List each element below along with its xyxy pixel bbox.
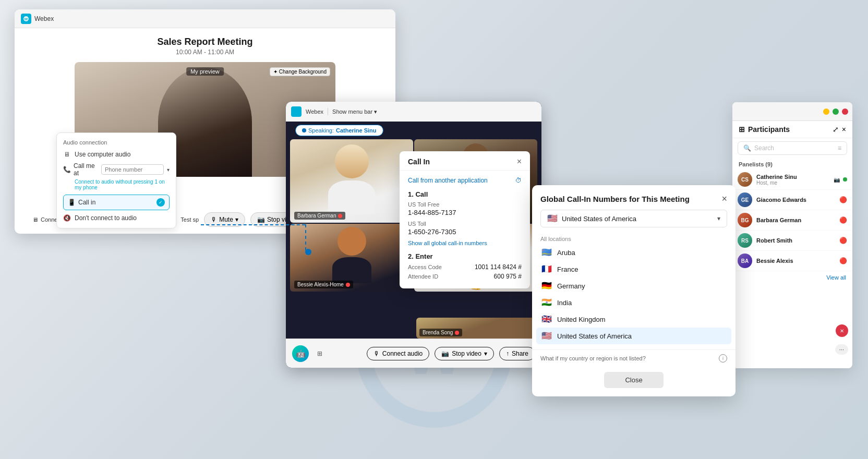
location-usa[interactable]: 🇺🇸 United States of America xyxy=(536,328,731,344)
view-all-participants-link[interactable]: View all xyxy=(732,271,852,284)
svg-text:W: W xyxy=(295,110,298,114)
callin-header: Call In × xyxy=(400,151,530,171)
dashed-connection-line xyxy=(201,224,305,225)
audio-option-computer[interactable]: 🖥 Use computer audio xyxy=(63,151,170,158)
participant-name-4: Robert Smith xyxy=(756,237,835,244)
mic-muted-4-icon[interactable]: 🔴 xyxy=(839,236,847,245)
mic-muted-brenda-icon xyxy=(455,331,459,335)
call-from-app-link[interactable]: Call from another application ⏱ xyxy=(408,177,522,184)
sort-icon: ≡ xyxy=(838,144,841,152)
global-callin-title: Global Call-In Numbers for This Meeting xyxy=(540,194,690,204)
name-label-brenda: Brenda Song xyxy=(419,329,462,336)
callin-step2: 2. Enter Access Code 1001 114 8424 # Att… xyxy=(408,252,522,280)
bot-avatar: 🤖 xyxy=(292,345,309,362)
france-flag-icon: 🇫🇷 xyxy=(541,265,552,273)
location-aruba[interactable]: 🇦🇼 Aruba xyxy=(536,244,731,261)
participant-controls-4: 🔴 xyxy=(839,236,847,245)
expand-participants-button[interactable]: ⤢ xyxy=(833,125,839,134)
participant-avatar-4: RS xyxy=(738,233,752,248)
video-cell-bessie: Bessie Alexis-Home xyxy=(290,224,413,292)
participants-title: ⊞ Participants xyxy=(739,125,790,134)
mic-icon: 🎙 xyxy=(211,216,217,223)
minimize-button[interactable] xyxy=(823,108,829,115)
show-menu-bar-button[interactable]: Show menu bar ▾ xyxy=(332,108,377,115)
mic-muted-5-icon[interactable]: 🔴 xyxy=(839,257,847,265)
mic-off-icon[interactable]: 🔴 xyxy=(839,196,847,204)
speaking-dot-icon xyxy=(302,128,306,132)
topbar-separator xyxy=(328,108,328,115)
toll-label: US Toll xyxy=(408,221,522,227)
video-ctrl-icon[interactable]: 📷 xyxy=(833,175,841,184)
participant-avatar-3: BG xyxy=(738,213,752,227)
participant-giacomo: GE Giacomo Edwards 🔴 xyxy=(732,190,852,210)
close-participants-button[interactable]: × xyxy=(842,125,846,134)
location-india[interactable]: 🇮🇳 India xyxy=(536,294,731,311)
mic-muted-bessie-icon xyxy=(346,283,350,287)
location-germany[interactable]: 🇩🇪 Germany xyxy=(536,277,731,294)
meeting-topbar: W Webex Show menu bar ▾ xyxy=(286,102,541,122)
meeting-stop-video-button[interactable]: 📷 Stop video ▾ xyxy=(435,347,494,360)
participant-name-giacomo: Giacomo Edwards xyxy=(756,197,835,203)
meeting-webex-logo: W xyxy=(291,106,302,117)
global-callin-header: Global Call-In Numbers for This Meeting … xyxy=(532,185,736,210)
participant-role-catherine: Host, me xyxy=(756,180,828,186)
participant-controls-3: 🔴 xyxy=(839,216,847,224)
menu-chevron-icon: ▾ xyxy=(374,108,377,115)
audio-connection-panel: Audio connection 🖥 Use computer audio 📞 … xyxy=(56,132,176,228)
svg-text:W: W xyxy=(25,16,28,21)
access-code-value: 1001 114 8424 # xyxy=(475,263,522,271)
info-icon[interactable]: i xyxy=(719,354,727,363)
participants-topbar xyxy=(732,102,852,121)
location-uk[interactable]: 🇬🇧 United Kingdom xyxy=(536,311,731,328)
meeting-time: 10:00 AM - 11:00 AM xyxy=(176,49,234,56)
meeting-video-icon: 📷 xyxy=(441,350,449,357)
attendee-id-row: Attendee ID 600 975 # xyxy=(408,273,522,280)
maximize-button[interactable] xyxy=(833,108,839,115)
mic-muted-3-icon[interactable]: 🔴 xyxy=(839,216,847,224)
participant-name-catherine: Catherine Sinu xyxy=(756,174,828,180)
share-button[interactable]: ↑ Share xyxy=(499,347,535,360)
participant-row-3: BG Barbara German 🔴 xyxy=(732,210,852,231)
connect-audio-button[interactable]: 🎙 Connect audio xyxy=(367,347,429,360)
global-callin-window: Global Call-In Numbers for This Meeting … xyxy=(532,185,736,396)
audio-option-call-in-selected[interactable]: 📱 Call in ✓ xyxy=(63,195,170,210)
france-name: France xyxy=(557,265,578,273)
callin-step2-label: 2. Enter xyxy=(408,252,522,260)
connect-without-pressing-link[interactable]: Connect to audio without pressing 1 on m… xyxy=(75,179,170,190)
mic-muted-icon xyxy=(338,214,342,218)
call-in-icon: 📱 xyxy=(68,199,75,206)
callin-body: Call from another application ⏱ 1. Call … xyxy=(400,171,530,288)
uk-flag-icon: 🇬🇧 xyxy=(541,315,552,323)
test-speaker-button[interactable]: Test sp xyxy=(180,216,199,223)
toll-number: 1-650-276-7305 xyxy=(408,228,522,236)
video-cell-brenda: Brenda Song xyxy=(416,318,537,339)
toll-free-number: 1-844-885-7137 xyxy=(408,209,522,216)
more-options-button[interactable]: ··· xyxy=(835,344,848,355)
call-me-icon: 📞 xyxy=(63,166,70,173)
end-call-button[interactable]: ✕ xyxy=(836,324,848,337)
share-icon: ↑ xyxy=(506,350,509,357)
location-france[interactable]: 🇫🇷 France xyxy=(536,261,731,277)
aruba-name: Aruba xyxy=(557,249,575,257)
meeting-title: Sales Report Meeting xyxy=(157,37,252,47)
audio-option-call-me[interactable]: 📞 Call me at ▾ xyxy=(63,162,170,177)
selected-checkmark: ✓ xyxy=(156,198,165,207)
india-name: India xyxy=(557,299,572,307)
audio-option-dont-connect[interactable]: 🔇 Don't connect to audio xyxy=(63,214,170,222)
meeting-speaking-area: Speaking: Catherine Sinu xyxy=(286,122,541,139)
country-dropdown[interactable]: 🇺🇸 United States of America ▾ xyxy=(540,210,727,227)
connection-dot xyxy=(305,249,311,255)
phone-number-input[interactable] xyxy=(101,164,164,175)
change-background-button[interactable]: ✦ Change Background xyxy=(270,67,330,76)
selected-country-name: United States of America xyxy=(562,215,713,223)
global-close-bottom-button[interactable]: Close xyxy=(604,372,663,388)
meeting-app-name: Webex xyxy=(306,108,323,115)
close-window-button[interactable] xyxy=(842,108,848,115)
germany-flag-icon: 🇩🇪 xyxy=(541,282,552,290)
callin-close-button[interactable]: × xyxy=(517,158,522,166)
layout-toggle-button[interactable]: ⊞ xyxy=(314,348,326,359)
show-all-global-link[interactable]: Show all global call-in numbers xyxy=(408,240,522,246)
global-callin-close-button[interactable]: × xyxy=(721,194,727,204)
participants-search[interactable]: 🔍 Search ≡ xyxy=(738,141,847,155)
timer-icon: ⏱ xyxy=(515,177,522,184)
